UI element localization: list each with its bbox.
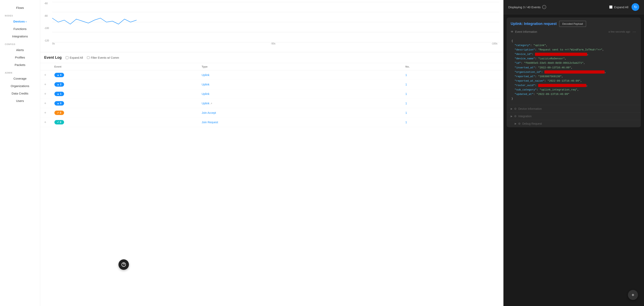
event-badge: ✓ 0 xyxy=(54,120,64,124)
main-content: -60 -80 -100 -120 0s -50s -100s xyxy=(40,0,504,306)
expand-all-checkbox[interactable] xyxy=(66,56,68,59)
table-row: + ✓ 0 Join Accept 1 xyxy=(40,108,504,118)
event-type-link[interactable]: Uplink xyxy=(202,83,210,86)
row-type-cell: Uplink xyxy=(198,89,402,99)
device-info-section[interactable]: ▶ ⚙ Device Information xyxy=(507,105,641,112)
badge-icon: ▲ xyxy=(57,74,59,76)
svg-point-6 xyxy=(124,266,124,266)
row-plus-icon[interactable]: + xyxy=(44,92,46,96)
row-plus-icon[interactable]: + xyxy=(44,111,46,115)
expand-all-label: Expand All xyxy=(70,56,83,59)
integration-section[interactable]: ▶ ⚙ Integration xyxy=(507,112,641,120)
eye-icon: 👁 xyxy=(511,30,514,33)
add-button[interactable]: + xyxy=(628,290,638,300)
badge-count: 2 xyxy=(60,83,62,86)
device-info-icon: ⚙ xyxy=(514,107,517,110)
device-info-arrow: ▶ xyxy=(511,107,512,110)
filter-events-checkbox-label[interactable]: Filter Events w/ Comm xyxy=(87,56,119,59)
event-badge: ▲ 1 xyxy=(54,92,64,96)
badge-count: 0 xyxy=(60,121,61,124)
row-no-cell: 1 xyxy=(402,70,504,80)
table-row: + ▲ 1 Uplink 1 xyxy=(40,89,504,99)
chart-area: -60 -80 -100 -120 0s -50s -100s xyxy=(40,0,504,52)
info-icon[interactable]: i xyxy=(542,5,546,9)
row-expand-cell: + xyxy=(40,89,50,99)
event-type-link[interactable]: Join Accept xyxy=(202,111,216,114)
decoded-payload-button[interactable]: Decoded Payload xyxy=(559,21,586,27)
right-panel-expand-all-checkbox[interactable] xyxy=(609,6,612,9)
right-panel: Displaying 3 / 40 Events i Expand All ↻ … xyxy=(504,0,644,306)
expand-all-checkbox-label[interactable]: Expand All xyxy=(66,56,83,59)
row-type-cell: Uplink xyxy=(198,80,402,89)
row-no-cell: 1 xyxy=(402,118,504,127)
event-card-title-text: Uplink: Integration request xyxy=(511,22,557,26)
sidebar-item-users[interactable]: Users xyxy=(0,97,40,105)
sidebar-item-coverage[interactable]: Coverage xyxy=(0,75,40,82)
integration-arrow: ▶ xyxy=(511,115,512,118)
event-badge: ▲ 2 xyxy=(54,82,64,87)
row-no-cell: 1 xyxy=(402,89,504,99)
sidebar-item-devices[interactable]: Devices ‹ xyxy=(0,18,40,25)
sidebar-item-flows[interactable]: Flows xyxy=(0,4,40,12)
y-label-60: -60 xyxy=(44,2,49,5)
table-row: + ▲ 2 Uplink 1 xyxy=(40,80,504,89)
chart-svg xyxy=(52,2,500,42)
event-badge: ✓ 0 xyxy=(54,111,64,115)
json-content: { "category": "uplink", "description": "… xyxy=(507,36,641,105)
row-type-cell: Join Accept xyxy=(198,108,402,118)
row-type-cell: Uplink xyxy=(198,70,402,80)
sidebar: Flows NODES Devices ‹ Functions Integrat… xyxy=(0,0,40,306)
row-expand-cell: + xyxy=(40,108,50,118)
event-card: Uplink: Integration request Decoded Payl… xyxy=(507,18,641,127)
filter-events-label: Filter Events w/ Comm xyxy=(91,56,119,59)
row-expand-cell: + xyxy=(40,70,50,80)
row-type-cell: Join Request xyxy=(198,118,402,127)
event-type-link[interactable]: Uplink xyxy=(202,92,210,96)
debug-request-section[interactable]: ▶ ⚙ Debug Request xyxy=(507,120,641,127)
event-type-link[interactable]: Join Request xyxy=(202,121,218,124)
event-options-button[interactable]: ··· xyxy=(632,29,637,34)
sidebar-item-organizations[interactable]: Organizations xyxy=(0,82,40,90)
row-plus-icon[interactable]: + xyxy=(44,120,46,124)
event-type-link[interactable]: Uplink xyxy=(202,102,210,105)
event-log-title: Event Log xyxy=(44,56,62,60)
integration-label: Integration xyxy=(518,115,532,118)
right-panel-expand-all-text: Expand All xyxy=(614,6,628,9)
row-expand-cell: + xyxy=(40,118,50,127)
badge-icon: ▲ xyxy=(57,83,59,86)
row-plus-icon[interactable]: + xyxy=(44,73,46,77)
debug-button[interactable] xyxy=(118,259,129,270)
right-panel-expand-all-label[interactable]: Expand All xyxy=(609,6,628,9)
badge-icon: ▲ xyxy=(57,102,59,105)
x-label-50: -50s xyxy=(271,42,275,45)
filter-events-checkbox[interactable] xyxy=(87,56,90,59)
row-badge-cell: ▲ 1 xyxy=(50,89,198,99)
event-log-area: Event Log Expand All Filter Events w/ Co… xyxy=(40,52,504,306)
event-type-link[interactable]: Uplink xyxy=(202,73,210,77)
sidebar-item-packets[interactable]: Packets xyxy=(0,61,40,69)
sidebar-item-functions[interactable]: Functions xyxy=(0,25,40,33)
chart-y-axis: -60 -80 -100 -120 xyxy=(44,2,49,42)
displaying-events-text: Displaying 3 / 40 Events i xyxy=(508,5,546,9)
row-no-cell: 1 xyxy=(402,99,504,108)
row-no-cell: 1 xyxy=(402,108,504,118)
sidebar-nodes-section: NODES xyxy=(0,12,40,18)
sidebar-item-alerts[interactable]: Alerts xyxy=(0,46,40,54)
badge-count: 0 xyxy=(60,102,62,105)
y-label-80: -80 xyxy=(44,15,49,17)
event-card-header: Uplink: Integration request Decoded Payl… xyxy=(507,18,641,29)
row-badge-cell: ✓ 0 xyxy=(50,118,198,127)
table-row: + ▲ 0 Uplink ↗ 1 xyxy=(40,99,504,108)
sidebar-item-data-credits[interactable]: Data Credits xyxy=(0,90,40,97)
refresh-button[interactable]: ↻ xyxy=(632,3,639,11)
row-plus-icon[interactable]: + xyxy=(44,82,46,87)
row-plus-icon[interactable]: + xyxy=(44,101,46,105)
x-label-100: -100s xyxy=(492,42,498,45)
sidebar-item-profiles[interactable]: Profiles xyxy=(0,54,40,61)
right-panel-scroll[interactable]: Uplink: Integration request Decoded Payl… xyxy=(504,14,644,306)
sidebar-item-integrations[interactable]: Integrations xyxy=(0,33,40,40)
event-info-row: 👁 Event Information a few seconds ago ··… xyxy=(507,29,641,36)
integration-icon: ⚙ xyxy=(514,115,517,118)
row-expand-cell: + xyxy=(40,99,50,108)
badge-icon: ▲ xyxy=(57,93,59,95)
